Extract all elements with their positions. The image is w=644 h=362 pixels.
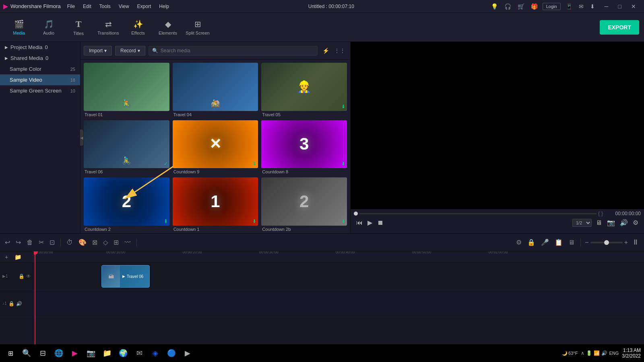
taskbar-clock[interactable]: 1:13 AM 3/2/2022 bbox=[622, 348, 641, 359]
light-icon[interactable]: 💡 bbox=[489, 2, 500, 10]
panel-collapse-handle[interactable]: ◀ bbox=[80, 130, 83, 146]
toolbar-splitscreen[interactable]: ⊞ Split Screen bbox=[184, 15, 212, 39]
toolbar-titles[interactable]: T Titles bbox=[64, 15, 93, 39]
taskbar-dropbox-icon[interactable]: ◈ bbox=[148, 346, 163, 360]
volume-icon[interactable]: 🔊 bbox=[619, 218, 629, 227]
track-a1-lock-icon[interactable]: 🔒 bbox=[8, 301, 14, 306]
taskbar-chrome-icon[interactable]: 🌍 bbox=[116, 346, 130, 360]
menu-help[interactable]: Help bbox=[155, 0, 173, 13]
search-input[interactable] bbox=[161, 48, 314, 53]
login-button[interactable]: Login bbox=[543, 3, 561, 10]
volume-tray-icon[interactable]: 🔊 bbox=[601, 350, 607, 356]
menu-edit[interactable]: Edit bbox=[79, 0, 95, 13]
filter-icon[interactable]: ⚡ bbox=[321, 47, 331, 55]
sample-video-item[interactable]: Sample Video 18 bbox=[0, 74, 80, 85]
mail-icon[interactable]: ✉ bbox=[577, 2, 585, 10]
maximize-button[interactable]: □ bbox=[613, 0, 626, 13]
track-v1-eye-icon[interactable]: 👁 bbox=[26, 274, 31, 279]
sample-green-item[interactable]: Sample Green Screen 10 bbox=[0, 85, 80, 96]
track-a1-volume-icon[interactable]: 🔊 bbox=[16, 301, 22, 306]
playhead-dot[interactable] bbox=[354, 212, 358, 216]
bracket-left-icon[interactable]: { bbox=[598, 211, 600, 216]
wave-button[interactable]: 〰 bbox=[123, 237, 132, 248]
track-folder-button[interactable]: 📁 bbox=[13, 252, 23, 262]
phone-icon[interactable]: 📱 bbox=[564, 2, 574, 10]
timeline-tracks-right[interactable]: 00:00:00:00 00:00:10:00 00:00:20:00 00:0… bbox=[34, 251, 644, 357]
zoom-out-button[interactable]: − bbox=[585, 239, 588, 246]
menu-file[interactable]: File bbox=[63, 0, 79, 13]
cut-button[interactable]: ✂ bbox=[37, 237, 45, 248]
media-item-countdown2a[interactable]: 2 ⬇ Countdown 2 bbox=[84, 177, 169, 232]
headphone-icon[interactable]: 🎧 bbox=[503, 2, 513, 10]
tray-arrow-icon[interactable]: ∧ bbox=[581, 350, 584, 356]
play-button[interactable]: ▶ bbox=[367, 218, 373, 227]
screen2-icon[interactable]: 🖥 bbox=[567, 237, 576, 248]
crop-button[interactable]: ⊡ bbox=[48, 237, 56, 248]
zoom-track[interactable] bbox=[590, 242, 623, 243]
record-dropdown[interactable]: Record ▾ bbox=[115, 46, 145, 56]
color-button[interactable]: 🎨 bbox=[77, 237, 88, 248]
screen-icon[interactable]: 🖥 bbox=[595, 218, 603, 227]
toolbar-elements[interactable]: ◆ Elements bbox=[154, 15, 182, 39]
progress-track[interactable] bbox=[359, 213, 597, 214]
toolbar-media[interactable]: 🎬 Media bbox=[5, 15, 33, 39]
menu-tools[interactable]: Tools bbox=[95, 0, 115, 13]
import-dropdown[interactable]: Import ▾ bbox=[84, 46, 112, 56]
track-v1-lock-icon[interactable]: 🔒 bbox=[19, 274, 25, 279]
taskbar-camera-icon[interactable]: 📷 bbox=[84, 346, 98, 360]
quality-select[interactable]: 1/2 Full 1/4 bbox=[572, 219, 592, 227]
layers-icon[interactable]: 📋 bbox=[553, 237, 564, 248]
sample-color-item[interactable]: Sample Color 25 bbox=[0, 64, 80, 74]
taskbar-windows-icon[interactable]: ⊞ bbox=[3, 346, 18, 360]
taskbar-search-icon[interactable]: 🔍 bbox=[19, 346, 34, 360]
media-item-countdown2b[interactable]: 2 ⬇ Countdown 2b bbox=[261, 177, 347, 232]
redo-button[interactable]: ↪ bbox=[14, 237, 23, 248]
minimize-button[interactable]: ─ bbox=[600, 0, 613, 13]
media-item-countdown8[interactable]: 3 ⬇ Countdown 8 bbox=[261, 120, 347, 175]
toolbar-audio[interactable]: 🎵 Audio bbox=[35, 15, 63, 39]
media-item-travel04[interactable]: 🚵 Travel 04 bbox=[173, 63, 258, 117]
undo-button[interactable]: ↩ bbox=[3, 237, 12, 248]
shared-media-section[interactable]: ▶ Shared Media 0 bbox=[0, 53, 80, 64]
taskbar-edge-icon[interactable]: 🌐 bbox=[52, 346, 66, 360]
taskbar-mail-icon[interactable]: ✉ bbox=[132, 346, 147, 360]
taskbar-task-view-icon[interactable]: ⊟ bbox=[35, 346, 50, 360]
export-button[interactable]: EXPORT bbox=[600, 20, 639, 35]
gift-icon[interactable]: 🎁 bbox=[529, 2, 539, 10]
taskbar-filmora-icon[interactable]: ▶ bbox=[68, 346, 82, 360]
add-track-button[interactable]: + bbox=[3, 252, 10, 262]
media-item-countdown9[interactable]: ✕ ⬇ Countdown 9 bbox=[173, 120, 258, 175]
keyframe-button[interactable]: ◇ bbox=[101, 237, 109, 248]
skip-back-button[interactable]: ⏮ bbox=[355, 218, 363, 227]
timeline-pause-button[interactable]: ⏸ bbox=[630, 237, 641, 248]
download-icon[interactable]: ⬇ bbox=[588, 2, 597, 10]
mic-icon[interactable]: 🎤 bbox=[539, 237, 551, 248]
cart-icon[interactable]: 🛒 bbox=[516, 2, 526, 10]
zoom-in-button[interactable]: + bbox=[624, 239, 628, 246]
taskbar-files-icon[interactable]: 📁 bbox=[100, 346, 114, 360]
close-button[interactable]: ✕ bbox=[626, 0, 641, 13]
menu-view[interactable]: View bbox=[115, 0, 133, 13]
speed-button[interactable]: ⏱ bbox=[65, 237, 74, 248]
media-item-travel01[interactable]: 🚴 Travel 01 bbox=[84, 63, 169, 117]
toolbar-effects[interactable]: ✨ Effects bbox=[124, 15, 152, 39]
media-item-travel06[interactable]: 🚴‍♂️ ✓ Travel 06 bbox=[84, 120, 169, 175]
view-toggle-icon[interactable]: ⋮⋮ bbox=[332, 47, 347, 55]
taskbar-chrome2-icon[interactable]: 🔵 bbox=[164, 346, 179, 360]
lock-icon[interactable]: 🔒 bbox=[526, 237, 537, 248]
project-media-section[interactable]: ▶ Project Media 0 bbox=[0, 42, 80, 53]
delete-button[interactable]: 🗑 bbox=[25, 237, 35, 248]
zoom-thumb[interactable] bbox=[604, 240, 609, 245]
taskbar-video-icon[interactable]: ▶ bbox=[180, 346, 195, 360]
stop-button[interactable]: ⏹ bbox=[376, 218, 384, 227]
trim-button[interactable]: ⊠ bbox=[91, 237, 99, 248]
menu-export[interactable]: Export bbox=[133, 0, 155, 13]
bracket-right-icon[interactable]: } bbox=[601, 211, 603, 216]
video-clip-travel06[interactable]: 🏔 ▶ Travel 06 bbox=[101, 265, 150, 288]
screenshot-icon[interactable]: 📷 bbox=[606, 218, 616, 227]
settings-icon[interactable]: ⚙ bbox=[632, 218, 639, 227]
media-item-travel05[interactable]: 👷 ⬇ Travel 05 bbox=[261, 63, 347, 117]
media-item-countdown1[interactable]: 1 ⬇ Countdown 1 bbox=[173, 177, 258, 232]
fit-button[interactable]: ⊞ bbox=[112, 237, 120, 248]
toolbar-transitions[interactable]: ⇄ Transitions bbox=[94, 15, 122, 39]
